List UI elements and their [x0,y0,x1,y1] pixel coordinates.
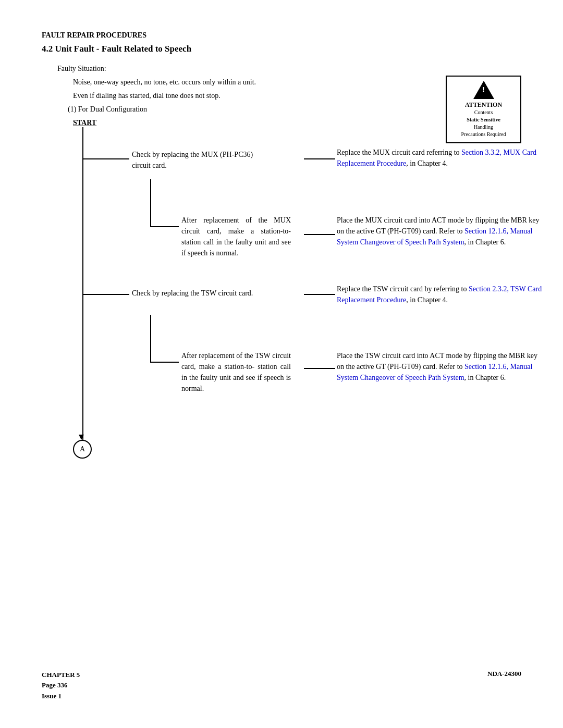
v-sub-line-2 [150,315,151,362]
circle-a: A [73,440,92,459]
v-sub-line-1 [150,179,151,226]
block4-left-text: After replacement of the TSW circuit car… [181,350,291,394]
h-line-3-right [304,294,335,295]
h-line-3 [82,294,129,295]
page: ! ATTENTION Contents Static Sensitive Ha… [0,0,563,728]
h-sub-line-2 [150,362,179,363]
h-line-1 [82,158,129,159]
attention-title: ATTENTION [452,101,515,109]
page-label: Page 336 [42,680,80,691]
section-title: 4.2 Unit Fault - Fault Related to Speech [42,44,521,54]
footer-left: CHAPTER 5 Page 336 Issue 1 [42,670,80,702]
issue-label: Issue 1 [42,691,80,702]
doc-number: NDA-24300 [487,670,521,678]
flowchart: Check by replacing the MUX (PH-PC36) cir… [77,127,563,482]
block2-left-text: After replacement of the MUX circuit car… [181,215,291,258]
block1-right-text: Replace the MUX circuit card referring t… [337,147,545,169]
chapter-label: CHAPTER 5 [42,670,80,681]
block3-left-text: Check by replacing the TSW circuit card. [132,288,293,299]
fault-repair-header: FAULT REPAIR PROCEDURES [42,31,521,40]
header-section: FAULT REPAIR PROCEDURES 4.2 Unit Fault -… [42,31,521,54]
block3-right-text: Replace the TSW circuit card by referrin… [337,283,545,305]
h-line-1-right [304,158,335,159]
block1-left-text: Check by replacing the MUX (PH-PC36) cir… [132,149,273,171]
block4-right-text: Place the TSW circuit card into ACT mode… [337,350,545,383]
h-line-4-right [304,368,335,369]
h-sub-line-1 [150,226,179,227]
footer: CHAPTER 5 Page 336 Issue 1 NDA-24300 [42,670,521,702]
block2-right-text: Place the MUX circuit card into ACT mode… [337,215,545,248]
faulty-situation-label: Faulty Situation: [57,65,521,73]
h-line-2-right [304,234,335,235]
main-vertical-line [82,127,83,440]
footer-right: NDA-24300 [487,670,521,678]
